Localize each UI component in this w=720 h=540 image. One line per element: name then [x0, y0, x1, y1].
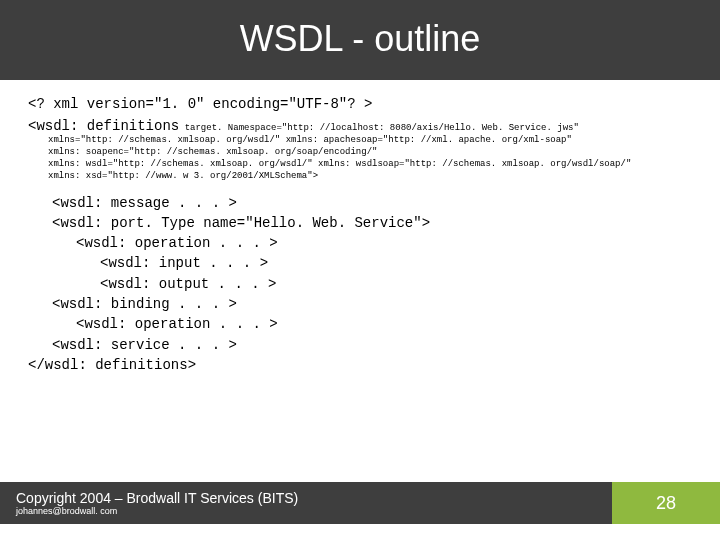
footer: Copyright 2004 – Brodwall IT Services (B…: [0, 482, 720, 524]
wsdl-body: <wsdl: message . . . ><wsdl: port. Type …: [28, 193, 692, 376]
wsdl-definitions-attrs: xmlns="http: //schemas. xmlsoap. org/wsd…: [48, 134, 692, 183]
wsdl-line: <wsdl: output . . . >: [28, 274, 692, 294]
slide-title: WSDL - outline: [0, 0, 720, 80]
wsdl-line: <wsdl: input . . . >: [28, 253, 692, 273]
wsdl-definitions-open: <wsdl: definitions target. Namespace="ht…: [28, 118, 692, 134]
defs-tag: <wsdl: definitions: [28, 118, 179, 134]
defs-attr-line: xmlns="http: //schemas. xmlsoap. org/wsd…: [48, 134, 692, 146]
wsdl-line: <wsdl: binding . . . >: [28, 294, 692, 314]
defs-attr-line: xmlns: xsd="http: //www. w 3. org/2001/X…: [48, 170, 692, 182]
xml-declaration: <? xml version="1. 0" encoding="UTF-8"? …: [28, 96, 692, 112]
wsdl-line: </wsdl: definitions>: [28, 355, 692, 375]
wsdl-line: <wsdl: port. Type name="Hello. Web. Serv…: [28, 213, 692, 233]
defs-attr-line: xmlns: soapenc="http: //schemas. xmlsoap…: [48, 146, 692, 158]
slide-content: <? xml version="1. 0" encoding="UTF-8"? …: [0, 80, 720, 375]
wsdl-line: <wsdl: service . . . >: [28, 335, 692, 355]
defs-attr-line: xmlns: wsdl="http: //schemas. xmlsoap. o…: [48, 158, 692, 170]
wsdl-line: <wsdl: message . . . >: [28, 193, 692, 213]
wsdl-line: <wsdl: operation . . . >: [28, 233, 692, 253]
footer-left: Copyright 2004 – Brodwall IT Services (B…: [0, 482, 612, 524]
copyright-text: Copyright 2004 – Brodwall IT Services (B…: [16, 490, 602, 506]
defs-attr-inline: target. Namespace="http: //localhost: 80…: [179, 123, 579, 133]
page-number: 28: [612, 482, 720, 524]
footer-email: johannes@brodwall. com: [16, 506, 602, 516]
wsdl-line: <wsdl: operation . . . >: [28, 314, 692, 334]
